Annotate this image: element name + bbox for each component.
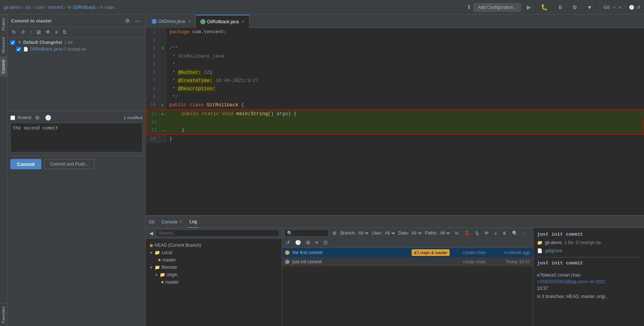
commit-and-push-button[interactable]: Commit and Push...	[44, 159, 94, 169]
breadcrumb-main-icon: m	[100, 5, 103, 9]
diff-btn[interactable]: ⊞	[35, 28, 42, 36]
tag-origin-master: 🏷 origin & master	[412, 249, 450, 256]
detail-file-count: 1 file	[564, 240, 574, 245]
breadcrumb-com[interactable]: com	[36, 5, 44, 10]
amend-settings-btn[interactable]: ⚙	[34, 114, 41, 121]
remote-master-star-icon: ★	[160, 280, 165, 285]
amend-checkbox[interactable]	[10, 115, 15, 120]
tree-local[interactable]: ▼ 📁 Local	[147, 249, 280, 256]
vtab-project[interactable]: Project	[0, 15, 7, 34]
vtab-structure[interactable]: Structure	[0, 34, 7, 56]
user-select[interactable]: All	[384, 230, 396, 236]
more-log-btn[interactable]: »	[493, 230, 498, 237]
tree-remote-origin[interactable]: ▼ 📁 origin	[147, 271, 280, 278]
amend-history-btn[interactable]: 🕐	[44, 114, 53, 121]
fold-arrow-3[interactable]: ▼	[162, 46, 164, 51]
breadcrumb-git-demo[interactable]: git-demo	[4, 5, 21, 10]
filter-btn[interactable]: ⇅	[61, 28, 68, 36]
commit-row-init[interactable]: just init commit conan chan Today 10:37	[282, 258, 533, 266]
gitignore-icon: 📄	[537, 248, 543, 253]
head-icon: ◉	[149, 243, 153, 248]
date-select[interactable]: All	[410, 230, 423, 236]
refresh-btn[interactable]: ↻	[10, 28, 18, 36]
tree-local-master[interactable]: ★ master	[147, 256, 280, 264]
paths-select[interactable]: All	[439, 230, 451, 236]
amend-label: Amend	[17, 115, 31, 120]
code-line-7: 7 * @CreateTime: 10:44-2021/3/27	[146, 77, 644, 85]
breadcrumb-gitrollback[interactable]: GitRollback	[73, 5, 96, 10]
cherry-pick-btn[interactable]: 🍒	[463, 230, 471, 237]
breadcrumb-src[interactable]: src	[25, 5, 31, 10]
file-item-gitrollback[interactable]: 📄 GitRollback.java D:\test\git-de	[7, 46, 145, 52]
tree-remote-master[interactable]: ★ master	[147, 278, 280, 286]
vtab-favorites[interactable]: Favorites	[0, 303, 7, 326]
move-up-btn[interactable]: ↑	[28, 28, 34, 36]
log-back-btn[interactable]: ◀	[148, 230, 155, 237]
export-btn[interactable]: ⊡	[322, 239, 329, 246]
detail-email[interactable]: <15920025414@qq.com> on 2021	[537, 279, 640, 284]
refresh-log-btn[interactable]: ↻	[453, 230, 460, 237]
add-configuration-button[interactable]: Add Configuration...	[474, 3, 521, 11]
detail-gitignore-file[interactable]: 📄 .gitignore	[537, 247, 640, 254]
separator-bar	[599, 4, 600, 11]
sort-log-btn[interactable]: ⇅	[474, 230, 481, 237]
commit-author-2: conan chan	[453, 259, 486, 264]
fold-arrow-10[interactable]: ▶	[162, 103, 164, 107]
origin-folder-icon: 📁	[160, 272, 165, 277]
more-button[interactable]: ▼	[583, 3, 596, 11]
commit-buttons: Commit Commit and Push...	[7, 156, 145, 172]
tree-head[interactable]: ◉ HEAD (Current Branch)	[147, 242, 280, 249]
code-line-4: 4 * GitRollback.java	[146, 52, 644, 60]
log-settings-btn[interactable]: ⚙	[331, 230, 338, 237]
commit-message-area: Amend ⚙ 🕐 1 modified the second commit	[7, 111, 145, 156]
commit-settings-button[interactable]: ⚙	[124, 17, 131, 24]
history-btn[interactable]: 🕐	[294, 239, 302, 246]
log-search-input[interactable]	[284, 229, 329, 237]
file-type-icon: 📄	[23, 47, 28, 52]
eye-btn[interactable]: 👁	[44, 28, 52, 36]
vtab-commit[interactable]: Commit	[0, 56, 7, 77]
git-revert-icon: ↺	[637, 5, 640, 10]
debug-button[interactable]: 🐛	[537, 3, 552, 12]
detail-branches: In 3 branches: HEAD, master, origi...	[537, 294, 640, 299]
commit-msg-2: just init commit	[292, 259, 450, 264]
graph-up-btn[interactable]: ↑	[522, 230, 527, 237]
filter2-btn[interactable]: ≡	[314, 239, 320, 246]
eye-log-btn[interactable]: 👁	[483, 230, 491, 237]
breadcrumb-main[interactable]: main	[104, 5, 114, 10]
run-button[interactable]: ▶	[523, 3, 535, 12]
breadcrumb-tencent[interactable]: tencent	[48, 5, 63, 10]
changelist-checkbox[interactable]	[10, 40, 15, 45]
log-branch-search[interactable]	[156, 229, 280, 237]
git-arrow-icon: ⬆	[467, 4, 471, 11]
stop-button[interactable]: ⏸	[554, 3, 567, 11]
branch-select[interactable]: All	[357, 230, 370, 236]
detail-commit-msg: just init commit	[537, 260, 640, 266]
sort-btn[interactable]: ≡	[53, 28, 59, 36]
changelist-header[interactable]: ▼ Default Changelist 1 file	[7, 39, 145, 46]
commit-button[interactable]: Commit	[10, 159, 41, 169]
bottom-tab-log[interactable]: Log	[188, 216, 198, 228]
gitrollback-close-btn[interactable]: ✕	[242, 20, 245, 24]
commit-row-first[interactable]: the first commit 🏷 origin & master conan…	[282, 248, 533, 258]
grid-btn[interactable]: ⊞	[305, 239, 312, 246]
tab-gitdemo[interactable]: GitDemo.java ✕	[147, 15, 196, 28]
detail-repo-icon: 📁	[537, 240, 543, 245]
commit-msg-1: the first commit	[292, 250, 412, 255]
git-history-icon: 🕐	[629, 5, 634, 10]
origin-arrow: ▼	[155, 273, 158, 277]
commit-minimize-button[interactable]: —	[134, 17, 142, 24]
undo-btn[interactable]: ↺	[284, 239, 291, 246]
gitdemo-close-btn[interactable]: ✕	[188, 19, 191, 23]
find-btn[interactable]: 🔍	[510, 230, 519, 237]
file-checkbox[interactable]	[16, 47, 21, 52]
tab-gitrollback[interactable]: GitRollback.java ✕	[196, 15, 250, 28]
commit-panel-header: Commit to master ⚙ —	[7, 15, 145, 27]
bottom-tab-console[interactable]: Console ✕	[160, 216, 184, 228]
tree-remote[interactable]: ▼ 📁 Remote	[147, 264, 280, 271]
revert-btn[interactable]: ↺	[19, 28, 27, 36]
commit-message-input[interactable]: the second commit	[10, 123, 142, 152]
pause-btn[interactable]: ⏸	[501, 230, 508, 237]
console-close-btn[interactable]: ✕	[179, 220, 182, 224]
profile-button[interactable]: ⚙	[569, 3, 581, 11]
